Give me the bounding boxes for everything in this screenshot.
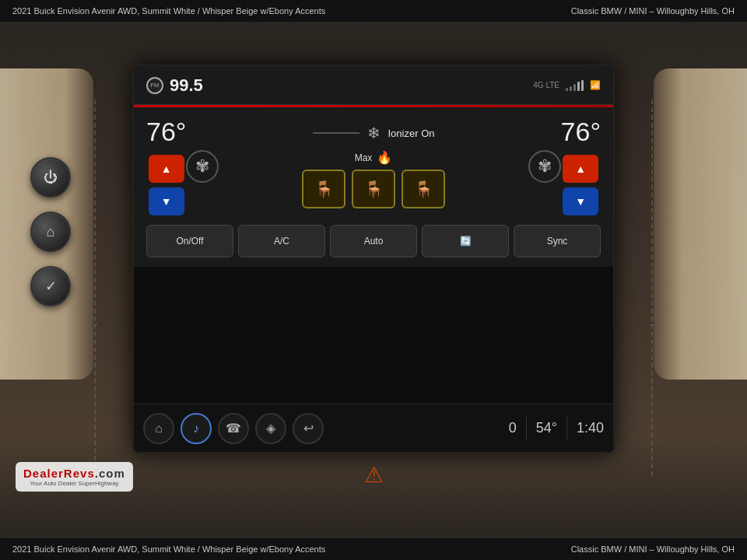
photo-area: ⏻ ⌂ ✓ ·· ·· FM 99.5 4G LTE xyxy=(0,22,747,538)
auto-button[interactable]: Auto xyxy=(330,225,417,257)
screen-nav-bar: ⌂ ♪ ☎ ◈ ↩ 0 54° 1:40 xyxy=(134,404,613,452)
fm-info: FM 99.5 xyxy=(146,75,203,96)
fan-left-button[interactable]: ✾ xyxy=(186,150,219,183)
fm-icon: FM xyxy=(146,77,163,94)
nav-temperature: 54° xyxy=(536,420,557,436)
temp-left-section: 76° ▲ ▼ xyxy=(146,117,186,215)
stitch-right xyxy=(651,100,658,476)
wifi-icon: 📶 xyxy=(590,80,601,90)
temp-right-down-button[interactable]: ▼ xyxy=(563,187,598,215)
auto-label: Auto xyxy=(364,236,384,247)
heat-row: Max 🔥 🪑 🪑 🪑 xyxy=(302,150,445,208)
nav-phone-button[interactable]: ☎ xyxy=(218,413,249,444)
onoff-button[interactable]: On/Off xyxy=(146,225,233,257)
top-bar-right: Classic BMW / MINI – Willoughby Hills, O… xyxy=(571,6,735,16)
signal-bar-2 xyxy=(570,86,572,91)
nav-back-button[interactable]: ↩ xyxy=(293,413,324,444)
watermark: DealerRevs.com Your Auto Dealer SuperHig… xyxy=(16,462,133,492)
ionizer-row: ❄ Ionizer On xyxy=(313,124,435,142)
max-text: Max xyxy=(355,152,373,163)
temp-right-value: 76° xyxy=(561,117,601,147)
onoff-label: On/Off xyxy=(176,236,203,247)
watermark-site-name: DealerRevs.com xyxy=(23,467,125,480)
nav-home-button[interactable]: ⌂ xyxy=(143,413,174,444)
signal-bar-4 xyxy=(577,82,580,91)
top-bar-left: 2021 Buick Envision Avenir AWD, Summit W… xyxy=(12,6,325,16)
fan-right-button[interactable]: ✾ xyxy=(528,150,561,183)
watermark-logo: DealerRevs.com Your Auto Dealer SuperHig… xyxy=(16,462,133,492)
center-controls: ❄ Ionizer On Max 🔥 🪑 xyxy=(219,124,528,208)
top-bar: 2021 Buick Envision Avenir AWD, Summit W… xyxy=(0,0,747,22)
seat-heat-right-icon: 🪑 xyxy=(414,180,433,198)
signal-bars xyxy=(566,80,584,91)
temperature-row: 76° ▲ ▼ ✾ xyxy=(146,117,601,215)
fan-left-icon: ✾ xyxy=(195,156,209,177)
up-arrow-right-icon: ▲ xyxy=(575,163,586,175)
signal-bar-1 xyxy=(566,88,568,91)
temp-right-up-button[interactable]: ▲ xyxy=(563,155,598,183)
nav-back-icon: ↩ xyxy=(303,421,314,436)
nav-divider-2 xyxy=(566,417,567,440)
nav-clock: 1:40 xyxy=(577,420,604,436)
ac-button[interactable]: A/C xyxy=(238,225,325,257)
check-button[interactable]: ✓ xyxy=(30,266,71,306)
seat-heat-right-button[interactable]: 🪑 xyxy=(402,170,445,208)
check-icon: ✓ xyxy=(45,278,57,295)
power-button[interactable]: ⏻ xyxy=(30,157,71,198)
nav-music-icon: ♪ xyxy=(193,422,199,436)
recirculate-button[interactable]: 🔄 xyxy=(422,225,509,257)
heat-icon: 🔥 xyxy=(377,150,392,165)
temp-left-down-button[interactable]: ▼ xyxy=(149,187,184,215)
nav-phone-icon: ☎ xyxy=(226,421,241,436)
screen-top-bar: FM 99.5 4G LTE 📶 xyxy=(134,66,613,105)
fm-frequency: 99.5 xyxy=(170,75,203,96)
temp-right-section: 76° ▲ ▼ xyxy=(561,117,601,215)
down-arrow-left-icon: ▼ xyxy=(161,195,172,208)
signal-bar-5 xyxy=(581,80,584,91)
seat-heat-center-icon: 🪑 xyxy=(364,180,384,198)
signal-area: 4G LTE 📶 xyxy=(533,80,601,91)
seat-heat-center-button[interactable]: 🪑 xyxy=(352,170,395,208)
recirculate-icon: 🔄 xyxy=(460,236,472,247)
nav-count: 0 xyxy=(509,420,517,436)
nav-music-button[interactable]: ♪ xyxy=(181,413,212,444)
temp-left-arrows: ▲ ▼ xyxy=(149,155,184,215)
seat-right xyxy=(654,68,747,380)
ionizer-label: Ionizer On xyxy=(388,128,435,139)
nav-right-info: 0 54° 1:40 xyxy=(509,417,604,440)
bottom-bar-right: Classic BMW / MINI – Willoughby Hills, O… xyxy=(571,544,735,554)
nav-home-icon: ⌂ xyxy=(155,422,163,436)
left-controls: ⏻ ⌂ ✓ xyxy=(0,84,101,380)
nav-map-icon: ◈ xyxy=(266,421,275,436)
temp-left-value: 76° xyxy=(146,117,186,147)
bottom-bar-left: 2021 Buick Envision Avenir AWD, Summit W… xyxy=(12,544,325,554)
ionizer-line xyxy=(313,132,359,134)
sync-label: Sync xyxy=(547,236,568,247)
signal-bar-3 xyxy=(573,84,576,91)
up-arrow-left-icon: ▲ xyxy=(161,163,172,175)
dot-right: ·· xyxy=(649,317,654,333)
bottom-bar: 2021 Buick Envision Avenir AWD, Summit W… xyxy=(0,538,747,560)
fan-right-icon: ✾ xyxy=(538,156,552,177)
watermark-tagline: Your Auto Dealer SuperHighway xyxy=(30,480,118,487)
warning-triangle: ⚠ xyxy=(364,462,384,488)
fm-label: FM xyxy=(150,82,160,89)
signal-type: 4G LTE xyxy=(533,81,559,89)
max-label-row: Max 🔥 xyxy=(355,150,393,165)
nav-icons-group: ⌂ ♪ ☎ ◈ ↩ xyxy=(143,413,324,444)
sync-button[interactable]: Sync xyxy=(514,225,601,257)
control-buttons-row: On/Off A/C Auto 🔄 Sync xyxy=(146,225,601,257)
ionizer-icon: ❄ xyxy=(367,124,381,142)
warning-icon: ⚠ xyxy=(364,463,384,487)
home-button[interactable]: ⌂ xyxy=(30,212,71,252)
infotainment-screen: FM 99.5 4G LTE 📶 xyxy=(132,65,615,453)
home-icon: ⌂ xyxy=(47,224,55,240)
nav-map-button[interactable]: ◈ xyxy=(255,413,286,444)
ac-label: A/C xyxy=(274,236,289,247)
down-arrow-right-icon: ▼ xyxy=(575,195,586,208)
temp-left-up-button[interactable]: ▲ xyxy=(149,155,184,183)
seat-heat-left-button[interactable]: 🪑 xyxy=(302,170,345,208)
nav-divider-1 xyxy=(526,417,527,440)
temp-right-arrows: ▲ ▼ xyxy=(563,155,598,215)
seat-heat-left-icon: 🪑 xyxy=(314,180,334,198)
